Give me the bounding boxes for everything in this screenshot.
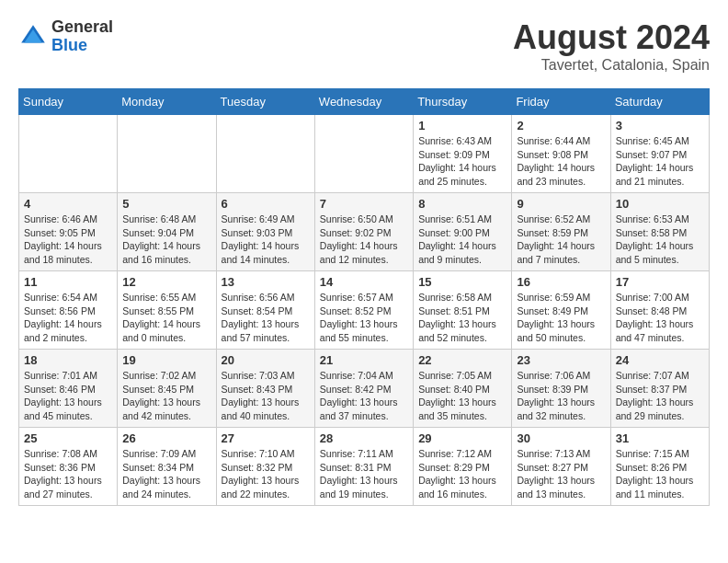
day-number: 29 bbox=[418, 431, 506, 445]
day-info: Sunrise: 6:46 AM Sunset: 9:05 PM Dayligh… bbox=[24, 213, 112, 267]
day-number: 24 bbox=[616, 353, 704, 367]
weekday-header: Thursday bbox=[414, 89, 512, 115]
logo-text: General Blue bbox=[51, 18, 113, 55]
day-number: 6 bbox=[222, 197, 310, 211]
day-number: 15 bbox=[418, 275, 506, 289]
day-number: 10 bbox=[616, 197, 704, 211]
day-number: 26 bbox=[122, 431, 210, 445]
calendar-table: SundayMondayTuesdayWednesdayThursdayFrid… bbox=[18, 88, 710, 506]
weekday-header: Monday bbox=[118, 89, 216, 115]
day-number: 20 bbox=[222, 353, 310, 367]
calendar-cell: 11Sunrise: 6:54 AM Sunset: 8:56 PM Dayli… bbox=[19, 271, 118, 350]
calendar-cell: 23Sunrise: 7:06 AM Sunset: 8:39 PM Dayli… bbox=[512, 350, 610, 428]
day-number: 11 bbox=[24, 275, 112, 289]
calendar-cell: 3Sunrise: 6:45 AM Sunset: 9:07 PM Daylig… bbox=[610, 115, 709, 193]
day-info: Sunrise: 7:04 AM Sunset: 8:42 PM Dayligh… bbox=[320, 369, 408, 423]
day-number: 16 bbox=[517, 275, 605, 289]
day-number: 8 bbox=[418, 197, 506, 211]
day-info: Sunrise: 6:43 AM Sunset: 9:09 PM Dayligh… bbox=[418, 134, 506, 189]
day-number: 30 bbox=[517, 431, 605, 445]
day-number: 7 bbox=[320, 197, 408, 211]
day-number: 1 bbox=[418, 119, 506, 132]
day-number: 3 bbox=[616, 119, 704, 132]
day-info: Sunrise: 7:00 AM Sunset: 8:48 PM Dayligh… bbox=[616, 291, 704, 345]
calendar-cell bbox=[314, 115, 413, 193]
day-info: Sunrise: 6:57 AM Sunset: 8:52 PM Dayligh… bbox=[320, 291, 408, 345]
calendar-cell bbox=[216, 115, 314, 193]
day-info: Sunrise: 6:53 AM Sunset: 8:58 PM Dayligh… bbox=[616, 213, 704, 267]
day-number: 27 bbox=[222, 431, 310, 445]
day-info: Sunrise: 6:44 AM Sunset: 9:08 PM Dayligh… bbox=[517, 134, 605, 189]
weekday-header: Sunday bbox=[19, 89, 118, 115]
day-info: Sunrise: 6:54 AM Sunset: 8:56 PM Dayligh… bbox=[24, 291, 112, 345]
calendar-week-row: 4Sunrise: 6:46 AM Sunset: 9:05 PM Daylig… bbox=[19, 193, 710, 271]
day-info: Sunrise: 7:07 AM Sunset: 8:37 PM Dayligh… bbox=[616, 369, 704, 423]
day-info: Sunrise: 7:13 AM Sunset: 8:27 PM Dayligh… bbox=[517, 447, 605, 501]
day-info: Sunrise: 7:11 AM Sunset: 8:31 PM Dayligh… bbox=[320, 447, 408, 501]
day-info: Sunrise: 6:55 AM Sunset: 8:55 PM Dayligh… bbox=[122, 291, 210, 345]
calendar-cell: 12Sunrise: 6:55 AM Sunset: 8:55 PM Dayli… bbox=[118, 271, 216, 350]
day-info: Sunrise: 6:48 AM Sunset: 9:04 PM Dayligh… bbox=[122, 213, 210, 267]
day-number: 9 bbox=[517, 197, 605, 211]
month-year-title: August 2024 bbox=[513, 18, 710, 57]
calendar-cell: 21Sunrise: 7:04 AM Sunset: 8:42 PM Dayli… bbox=[314, 350, 413, 428]
day-number: 28 bbox=[320, 431, 408, 445]
day-number: 18 bbox=[24, 353, 112, 367]
title-block: August 2024 Tavertet, Catalonia, Spain bbox=[513, 18, 710, 74]
calendar-cell: 14Sunrise: 6:57 AM Sunset: 8:52 PM Dayli… bbox=[314, 271, 413, 350]
calendar-cell: 18Sunrise: 7:01 AM Sunset: 8:46 PM Dayli… bbox=[19, 350, 118, 428]
calendar-cell: 10Sunrise: 6:53 AM Sunset: 8:58 PM Dayli… bbox=[610, 193, 709, 271]
day-info: Sunrise: 7:15 AM Sunset: 8:26 PM Dayligh… bbox=[616, 447, 704, 501]
day-info: Sunrise: 6:58 AM Sunset: 8:51 PM Dayligh… bbox=[418, 291, 506, 345]
day-info: Sunrise: 6:59 AM Sunset: 8:49 PM Dayligh… bbox=[517, 291, 605, 345]
day-number: 5 bbox=[122, 197, 210, 211]
calendar-cell: 1Sunrise: 6:43 AM Sunset: 9:09 PM Daylig… bbox=[414, 115, 512, 193]
calendar-week-row: 1Sunrise: 6:43 AM Sunset: 9:09 PM Daylig… bbox=[19, 115, 710, 193]
calendar-cell: 30Sunrise: 7:13 AM Sunset: 8:27 PM Dayli… bbox=[512, 428, 610, 506]
day-number: 21 bbox=[320, 353, 408, 367]
day-number: 4 bbox=[24, 197, 112, 211]
day-number: 25 bbox=[24, 431, 112, 445]
day-info: Sunrise: 6:50 AM Sunset: 9:02 PM Dayligh… bbox=[320, 213, 408, 267]
weekday-header-row: SundayMondayTuesdayWednesdayThursdayFrid… bbox=[19, 89, 710, 115]
day-number: 31 bbox=[616, 431, 704, 445]
day-number: 19 bbox=[122, 353, 210, 367]
calendar-cell: 27Sunrise: 7:10 AM Sunset: 8:32 PM Dayli… bbox=[216, 428, 314, 506]
calendar-week-row: 25Sunrise: 7:08 AM Sunset: 8:36 PM Dayli… bbox=[19, 428, 710, 506]
day-number: 22 bbox=[418, 353, 506, 367]
day-info: Sunrise: 6:56 AM Sunset: 8:54 PM Dayligh… bbox=[222, 291, 310, 345]
day-info: Sunrise: 6:45 AM Sunset: 9:07 PM Dayligh… bbox=[616, 134, 704, 189]
calendar-cell: 6Sunrise: 6:49 AM Sunset: 9:03 PM Daylig… bbox=[216, 193, 314, 271]
weekday-header: Wednesday bbox=[314, 89, 413, 115]
day-info: Sunrise: 6:51 AM Sunset: 9:00 PM Dayligh… bbox=[418, 213, 506, 267]
calendar-cell: 13Sunrise: 6:56 AM Sunset: 8:54 PM Dayli… bbox=[216, 271, 314, 350]
calendar-cell: 29Sunrise: 7:12 AM Sunset: 8:29 PM Dayli… bbox=[414, 428, 512, 506]
calendar-cell: 9Sunrise: 6:52 AM Sunset: 8:59 PM Daylig… bbox=[512, 193, 610, 271]
weekday-header: Friday bbox=[512, 89, 610, 115]
calendar-cell: 7Sunrise: 6:50 AM Sunset: 9:02 PM Daylig… bbox=[314, 193, 413, 271]
weekday-header: Tuesday bbox=[216, 89, 314, 115]
calendar-cell bbox=[118, 115, 216, 193]
logo-icon bbox=[18, 22, 48, 52]
day-number: 17 bbox=[616, 275, 704, 289]
calendar-cell: 25Sunrise: 7:08 AM Sunset: 8:36 PM Dayli… bbox=[19, 428, 118, 506]
calendar-cell: 22Sunrise: 7:05 AM Sunset: 8:40 PM Dayli… bbox=[414, 350, 512, 428]
calendar-week-row: 11Sunrise: 6:54 AM Sunset: 8:56 PM Dayli… bbox=[19, 271, 710, 350]
calendar-cell: 28Sunrise: 7:11 AM Sunset: 8:31 PM Dayli… bbox=[314, 428, 413, 506]
calendar-cell: 4Sunrise: 6:46 AM Sunset: 9:05 PM Daylig… bbox=[19, 193, 118, 271]
day-number: 12 bbox=[122, 275, 210, 289]
day-number: 14 bbox=[320, 275, 408, 289]
page-header: General Blue August 2024 Tavertet, Catal… bbox=[18, 18, 710, 74]
calendar-cell: 2Sunrise: 6:44 AM Sunset: 9:08 PM Daylig… bbox=[512, 115, 610, 193]
day-info: Sunrise: 7:01 AM Sunset: 8:46 PM Dayligh… bbox=[24, 369, 112, 423]
day-info: Sunrise: 7:06 AM Sunset: 8:39 PM Dayligh… bbox=[517, 369, 605, 423]
day-number: 23 bbox=[517, 353, 605, 367]
location-subtitle: Tavertet, Catalonia, Spain bbox=[513, 57, 710, 74]
calendar-cell: 19Sunrise: 7:02 AM Sunset: 8:45 PM Dayli… bbox=[118, 350, 216, 428]
day-info: Sunrise: 6:52 AM Sunset: 8:59 PM Dayligh… bbox=[517, 213, 605, 267]
weekday-header: Saturday bbox=[610, 89, 709, 115]
calendar-cell: 16Sunrise: 6:59 AM Sunset: 8:49 PM Dayli… bbox=[512, 271, 610, 350]
calendar-cell: 26Sunrise: 7:09 AM Sunset: 8:34 PM Dayli… bbox=[118, 428, 216, 506]
logo-general-text: General bbox=[51, 18, 113, 37]
calendar-cell bbox=[19, 115, 118, 193]
